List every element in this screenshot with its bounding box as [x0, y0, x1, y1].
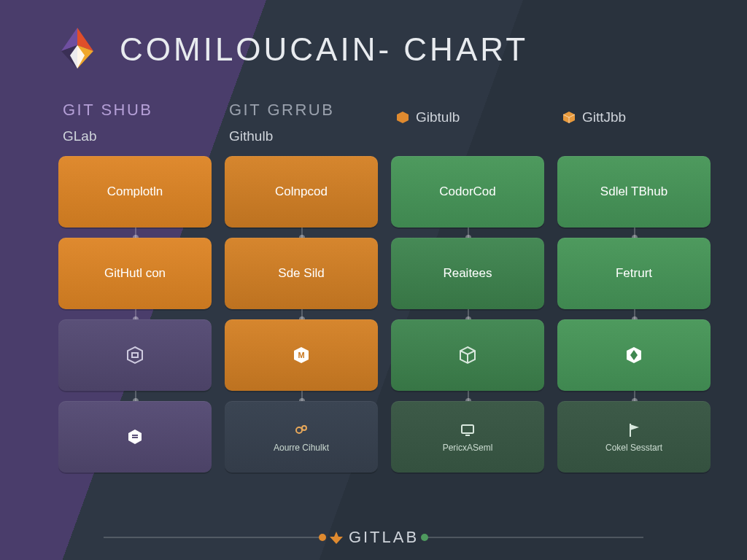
card-r1c2[interactable]: Reaitees — [391, 238, 544, 309]
feature-grid: Complotln Colnpcod CodorCod Sdlel TBhub … — [0, 152, 747, 472]
card-r3c0[interactable] — [58, 401, 212, 472]
footer-line-right — [425, 537, 643, 538]
col-1-sub: Githulb — [225, 125, 378, 152]
footer-line-left — [104, 537, 322, 538]
page-title: COMILOUCAIN- CHART — [120, 31, 528, 68]
col-2: Gibtulb — [391, 101, 544, 152]
card-r3c3[interactable]: Cokel Sesstart — [557, 401, 711, 472]
col-2-sub: Gibtulb — [391, 106, 544, 133]
svg-rect-16 — [132, 435, 138, 436]
svg-rect-17 — [132, 437, 138, 438]
card-r2c2[interactable] — [391, 319, 544, 391]
svg-point-18 — [296, 427, 302, 433]
col-0: GIT SHUB GLab — [58, 101, 212, 152]
header: COMILOUCAIN- CHART — [0, 0, 747, 76]
col-0-sub: GLab — [58, 125, 212, 152]
col-0-top: GIT SHUB — [58, 101, 212, 125]
svg-rect-9 — [132, 353, 138, 357]
col-1-top: GIT GRRUB — [225, 101, 378, 125]
card-r2c3[interactable] — [557, 319, 711, 391]
hex-m-icon: M — [292, 346, 311, 365]
card-r2c1[interactable]: M — [225, 319, 378, 391]
gitlab-logo-icon — [328, 529, 344, 545]
card-r1c1[interactable]: Sde Sild — [225, 238, 378, 309]
column-headers: GIT SHUB GLab GIT GRRUB Githulb Gibtulb … — [0, 76, 747, 152]
monitor-icon — [458, 421, 477, 440]
card-r0c0[interactable]: Complotln — [58, 156, 212, 228]
hex-box-icon — [125, 346, 144, 365]
card-r1c3[interactable]: Fetrurt — [557, 238, 711, 309]
col-3: GittJbb — [557, 101, 711, 152]
card-r3c1[interactable]: Aourre Cihulkt — [225, 401, 378, 472]
hex-cube-icon — [458, 346, 477, 365]
svg-rect-20 — [462, 425, 473, 433]
footer-brand: GITLAB — [328, 528, 419, 547]
cube-orange-icon — [562, 110, 576, 125]
col-2-top — [391, 101, 544, 106]
card-r2c0[interactable] — [58, 319, 212, 391]
flag-icon — [624, 421, 643, 440]
col-3-top — [557, 101, 711, 106]
hex-stack-icon — [125, 427, 144, 446]
svg-marker-8 — [128, 347, 142, 363]
svg-marker-5 — [397, 112, 409, 123]
svg-point-19 — [302, 426, 306, 430]
hex-orange-icon — [395, 110, 410, 125]
hex-leaf-icon — [624, 346, 643, 365]
card-r3c2[interactable]: PericxASeml — [391, 401, 544, 472]
gears-icon — [292, 421, 311, 440]
card-r0c3[interactable]: Sdlel TBhub — [557, 156, 711, 228]
svg-marker-23 — [630, 424, 639, 430]
col-1: GIT GRRUB Githulb — [225, 101, 378, 152]
card-r0c2[interactable]: CodorCod — [391, 156, 544, 228]
svg-marker-24 — [330, 532, 343, 544]
card-r1c0[interactable]: GitHutl con — [58, 238, 212, 309]
svg-text:M: M — [298, 351, 304, 359]
app-logo-icon — [51, 23, 104, 76]
card-r0c1[interactable]: Colnpcod — [225, 156, 378, 228]
col-3-sub: GittJbb — [557, 106, 711, 133]
footer: GITLAB — [0, 528, 747, 547]
